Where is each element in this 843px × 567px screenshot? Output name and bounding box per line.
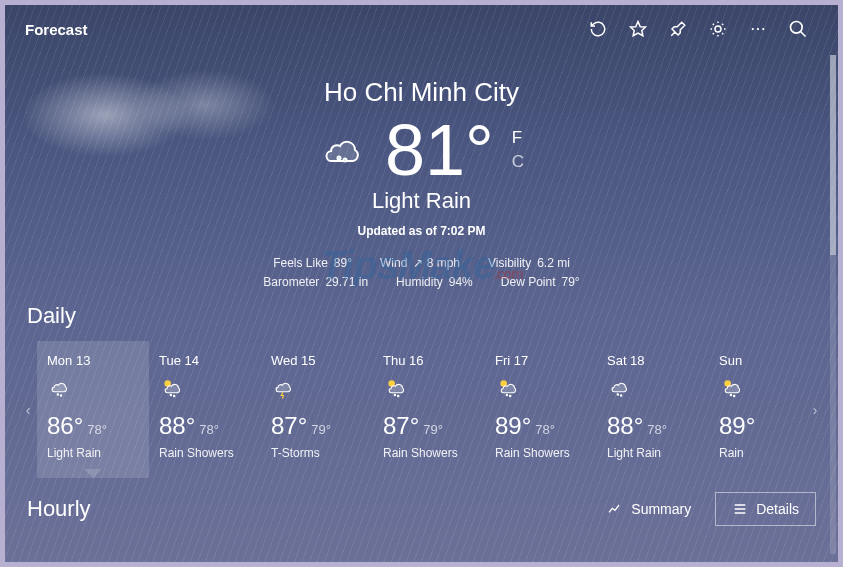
day-condition-icon <box>383 376 475 404</box>
svg-point-12 <box>173 395 174 396</box>
daily-prev-arrow[interactable]: ‹ <box>19 341 37 478</box>
dewpoint-label: Dew Point <box>501 275 556 289</box>
feels-like-label: Feels Like <box>273 256 328 270</box>
day-name: Sat 18 <box>607 353 699 368</box>
barometer-label: Barometer <box>263 275 319 289</box>
wind-arrow-icon: ↗ <box>413 256 426 270</box>
day-name: Sun <box>719 353 806 368</box>
day-condition-text: Rain <box>719 446 806 460</box>
metrics-row-1: Feels Like89° Wind↗ 8 mph Visibility6.2 … <box>5 256 838 270</box>
day-condition-text: Rain Showers <box>159 446 251 460</box>
day-condition-icon <box>159 376 251 404</box>
day-high: 88° <box>607 412 643 439</box>
daily-forecast-strip: ‹ Mon 1386°78°Light RainTue 1488°78°Rain… <box>5 333 838 478</box>
unit-toggle[interactable]: F C <box>512 128 524 172</box>
svg-point-11 <box>170 394 171 395</box>
svg-point-14 <box>394 394 395 395</box>
day-condition-icon <box>719 376 806 404</box>
hourly-section-title: Hourly <box>27 496 91 522</box>
barometer-value: 29.71 in <box>325 275 368 289</box>
current-conditions: Ho Chi Minh City 81° F C Light Rain Upda… <box>5 53 838 289</box>
hourly-view-toggle: Summary Details <box>591 492 816 526</box>
day-low: 79° <box>311 422 331 437</box>
current-condition-icon <box>319 126 367 174</box>
vertical-scrollbar[interactable] <box>830 55 836 554</box>
svg-point-8 <box>57 394 58 395</box>
humidity-label: Humidity <box>396 275 443 289</box>
svg-point-20 <box>620 395 621 396</box>
day-card[interactable]: Mon 1386°78°Light Rain <box>37 341 149 478</box>
metrics-row-2: Barometer29.71 in Humidity94% Dew Point7… <box>5 275 838 289</box>
wind-label: Wind <box>380 256 407 270</box>
scrollbar-thumb[interactable] <box>830 55 836 255</box>
day-card[interactable]: Fri 1789°78°Rain Showers <box>485 341 597 478</box>
current-condition-text: Light Rain <box>5 188 838 214</box>
brightness-icon[interactable] <box>698 9 738 49</box>
day-name: Mon 13 <box>47 353 139 368</box>
day-name: Tue 14 <box>159 353 251 368</box>
chart-icon <box>607 501 623 517</box>
day-high: 87° <box>383 412 419 439</box>
svg-point-4 <box>762 28 764 30</box>
svg-point-7 <box>343 159 346 162</box>
details-toggle-button[interactable]: Details <box>715 492 816 526</box>
day-card[interactable]: Tue 1488°78°Rain Showers <box>149 341 261 478</box>
city-name: Ho Chi Minh City <box>5 77 838 108</box>
unit-c[interactable]: C <box>512 152 524 172</box>
day-name: Thu 16 <box>383 353 475 368</box>
day-condition-icon <box>271 376 363 404</box>
day-high: 89° <box>719 412 755 439</box>
refresh-icon[interactable] <box>578 9 618 49</box>
title-bar: Forecast <box>5 5 838 53</box>
weather-app-window: Forecast Ho Chi Minh City <box>5 5 838 562</box>
feels-like-value: 89° <box>334 256 352 270</box>
day-card[interactable]: Sat 1888°78°Light Rain <box>597 341 709 478</box>
day-condition-text: Light Rain <box>47 446 139 460</box>
unit-f[interactable]: F <box>512 128 522 148</box>
summary-label: Summary <box>631 501 691 517</box>
day-card[interactable]: Sun89°Rain <box>709 341 806 478</box>
humidity-value: 94% <box>449 275 473 289</box>
app-title: Forecast <box>25 21 88 38</box>
day-high: 89° <box>495 412 531 439</box>
svg-point-5 <box>791 22 803 34</box>
day-high: 88° <box>159 412 195 439</box>
day-low: 78° <box>87 422 107 437</box>
visibility-label: Visibility <box>488 256 531 270</box>
list-icon <box>732 501 748 517</box>
day-card[interactable]: Wed 1587°79°T-Storms <box>261 341 373 478</box>
search-icon[interactable] <box>778 9 818 49</box>
day-condition-icon <box>607 376 699 404</box>
favorite-icon[interactable] <box>618 9 658 49</box>
daily-next-arrow[interactable]: › <box>806 341 824 478</box>
svg-point-15 <box>397 395 398 396</box>
more-icon[interactable] <box>738 9 778 49</box>
svg-point-17 <box>506 394 507 395</box>
day-condition-icon <box>47 376 139 404</box>
day-name: Wed 15 <box>271 353 363 368</box>
svg-point-22 <box>730 394 731 395</box>
details-label: Details <box>756 501 799 517</box>
day-condition-icon <box>495 376 587 404</box>
current-temperature: 81° <box>385 114 494 186</box>
svg-point-19 <box>617 394 618 395</box>
svg-point-6 <box>337 157 340 160</box>
day-condition-text: T-Storms <box>271 446 363 460</box>
day-low: 78° <box>199 422 219 437</box>
day-high: 87° <box>271 412 307 439</box>
svg-point-9 <box>60 395 61 396</box>
day-high: 86° <box>47 412 83 439</box>
day-condition-text: Rain Showers <box>495 446 587 460</box>
day-low: 78° <box>535 422 555 437</box>
day-card[interactable]: Thu 1687°79°Rain Showers <box>373 341 485 478</box>
svg-point-2 <box>752 28 754 30</box>
day-low: 79° <box>423 422 443 437</box>
svg-point-18 <box>509 395 510 396</box>
pin-icon[interactable] <box>658 9 698 49</box>
summary-toggle-button[interactable]: Summary <box>591 492 707 526</box>
day-condition-text: Rain Showers <box>383 446 475 460</box>
svg-marker-0 <box>631 22 646 36</box>
daily-section-title: Daily <box>5 289 838 333</box>
day-name: Fri 17 <box>495 353 587 368</box>
svg-point-1 <box>715 26 721 32</box>
